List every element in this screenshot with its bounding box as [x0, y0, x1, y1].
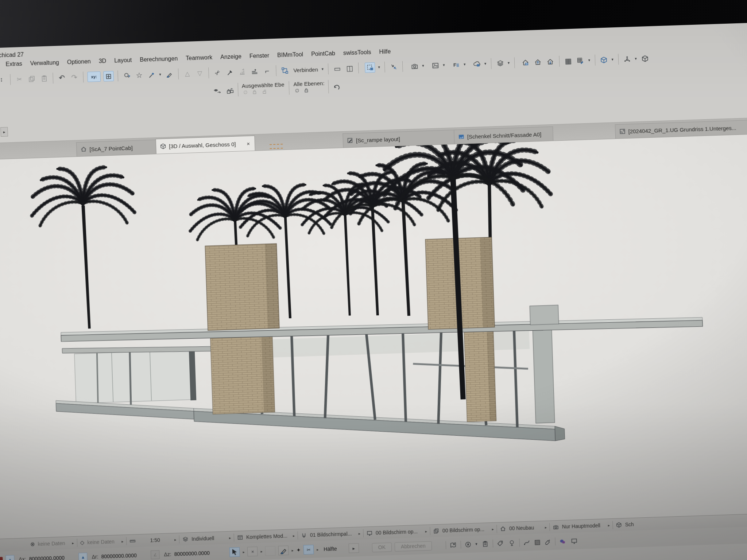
- lock-pair-icon[interactable]: [225, 86, 235, 96]
- menu-hilfe[interactable]: Hilfe: [379, 48, 391, 55]
- paint-splat-icon[interactable]: [558, 538, 567, 545]
- close-icon[interactable]: ×: [245, 140, 251, 147]
- trim-mode-button[interactable]: ✂: [303, 545, 314, 555]
- menu-extras[interactable]: Extras: [5, 61, 22, 67]
- menu-3d[interactable]: 3D: [98, 58, 106, 65]
- menu-bimmtool[interactable]: BIMmTool: [277, 51, 303, 58]
- menu-layout[interactable]: Layout: [114, 57, 132, 64]
- dx-toggle-button[interactable]: ▲: [5, 555, 15, 560]
- orbit-icon[interactable]: [622, 54, 632, 64]
- cancel-button[interactable]: Abbrechen: [395, 541, 432, 551]
- cloud-annotation-icon[interactable]: [472, 59, 482, 69]
- unlock-icon[interactable]: [262, 89, 267, 96]
- status-main-model[interactable]: Nur Hauptmodell ▸: [550, 522, 613, 530]
- edit-pen-button[interactable]: [278, 545, 289, 555]
- filter-list-icon[interactable]: [451, 60, 461, 70]
- menu-optionen[interactable]: Optionen: [67, 58, 91, 66]
- status-model-view[interactable]: 00 Bildschirm op... ▸: [364, 528, 430, 536]
- chevron-down-icon[interactable]: ▼: [475, 542, 478, 546]
- cursor-mode-button[interactable]: [229, 547, 240, 557]
- pipette-icon[interactable]: [147, 70, 156, 80]
- corner-icon[interactable]: ⌐: [262, 66, 272, 76]
- status-graphic-override[interactable]: 00 Bildschirm op... ▸: [430, 526, 497, 534]
- table-icon[interactable]: ▦: [564, 56, 573, 66]
- image-view-icon[interactable]: [430, 61, 440, 70]
- clipboard-sync-icon[interactable]: [481, 540, 490, 548]
- tag-icon[interactable]: [496, 540, 505, 547]
- lock-icon[interactable]: [303, 88, 309, 94]
- split-axe-icon[interactable]: [225, 67, 235, 77]
- undo-icon[interactable]: ↶: [57, 73, 67, 83]
- status-renovation-filter[interactable]: Komplettes Mod... ▸: [234, 532, 298, 541]
- 3d-cutaway-icon[interactable]: [599, 55, 609, 65]
- status-pen-set[interactable]: 01 Bildschirmpal... ▸: [298, 530, 363, 538]
- trim-scissors-icon[interactable]: ✂: [211, 66, 224, 79]
- menu-anzeige[interactable]: Anzeige: [220, 53, 241, 61]
- dz-value[interactable]: 80000000.0000: [174, 550, 221, 557]
- reset-arrow-icon[interactable]: [332, 82, 341, 92]
- panel-icon[interactable]: [570, 537, 579, 545]
- marquee-view-button[interactable]: [365, 62, 375, 73]
- grid-pipette-icon[interactable]: [576, 56, 586, 66]
- redo-icon[interactable]: ↷: [69, 73, 79, 82]
- play-button[interactable]: ▸: [348, 543, 359, 553]
- connect-icon[interactable]: [280, 66, 290, 75]
- chevron-down-icon[interactable]: ▼: [321, 67, 324, 71]
- eye-swap-icon[interactable]: [212, 86, 222, 96]
- spline-icon[interactable]: [522, 539, 531, 546]
- north-compass-icon[interactable]: [464, 541, 473, 548]
- hatch-icon[interactable]: ▨: [534, 538, 541, 547]
- dr-value[interactable]: 80000000.0000: [101, 552, 148, 559]
- ok-button[interactable]: OK: [372, 542, 392, 552]
- zoom-select-icon[interactable]: [122, 71, 132, 81]
- dr-toggle-button[interactable]: ▲: [78, 553, 88, 560]
- column-icon[interactable]: ◫: [345, 63, 355, 73]
- camera-icon[interactable]: [410, 61, 419, 71]
- injection-pen-icon[interactable]: [165, 69, 174, 79]
- status-navigator[interactable]: ⊗ keine Daten ▸: [27, 540, 77, 548]
- eye-slash-icon[interactable]: ∅: [295, 88, 299, 94]
- story-up-icon[interactable]: [533, 57, 543, 67]
- status-structure-display[interactable]: Sch: [613, 521, 650, 528]
- map-icon[interactable]: [449, 541, 458, 549]
- viewport-3d[interactable]: [0, 133, 747, 539]
- resize-vertical-icon[interactable]: ↕: [0, 75, 6, 85]
- sidebar-expand-button[interactable]: ▸: [0, 127, 8, 137]
- tab-sca7-pointcab[interactable]: [ScA_7 PointCab]: [76, 139, 163, 156]
- dx-value[interactable]: 80000000.0000: [29, 555, 76, 560]
- layers-icon[interactable]: [495, 58, 505, 68]
- cancel-op-button[interactable]: ×: [247, 547, 258, 556]
- menu-verwaltung[interactable]: Verwaltung: [30, 59, 59, 67]
- menu-pointcab[interactable]: PointCab: [311, 50, 335, 57]
- coordinate-input-button[interactable]: xy:: [87, 71, 101, 82]
- menu-berechnungen[interactable]: Berechnungen: [140, 55, 178, 63]
- verbinden-label[interactable]: Verbinden: [293, 66, 318, 73]
- status-home-story[interactable]: 00 Neubau ▸: [497, 524, 550, 532]
- eye-slash-icon[interactable]: ∅: [243, 90, 248, 96]
- marquee-up-icon[interactable]: △: [182, 69, 192, 79]
- grid-snap-button[interactable]: ⊞: [103, 71, 114, 82]
- copy-icon[interactable]: [27, 74, 36, 84]
- favorite-star-icon[interactable]: ☆: [134, 70, 144, 80]
- status-layer-combination[interactable]: Individuell ▸: [179, 534, 234, 542]
- menu-teamwork[interactable]: Teamwork: [186, 54, 212, 62]
- lock-icon[interactable]: [252, 89, 258, 96]
- tree-icon[interactable]: [507, 539, 516, 547]
- beam-icon[interactable]: ▭: [332, 64, 342, 74]
- paste-icon[interactable]: [39, 74, 49, 83]
- story-down-icon[interactable]: [546, 57, 556, 67]
- eraser-icon[interactable]: [543, 538, 552, 545]
- adjust-icon[interactable]: [237, 67, 247, 77]
- placeholder-button[interactable]: [265, 546, 276, 556]
- home-story-settings-icon[interactable]: [521, 58, 531, 67]
- menu-swisstools[interactable]: swissTools: [343, 49, 371, 57]
- marquee-down-icon[interactable]: ▽: [195, 68, 205, 78]
- rotate-view-icon[interactable]: [640, 54, 650, 63]
- wall-extras-icon[interactable]: [250, 66, 260, 76]
- cut-icon[interactable]: ✂: [14, 74, 24, 84]
- collapse-arrows-icon[interactable]: [389, 62, 399, 72]
- chevron-down-icon[interactable]: ▼: [158, 73, 162, 76]
- status-scale[interactable]: 1:50 ▸: [127, 536, 179, 544]
- menu-fenster[interactable]: Fenster: [249, 52, 270, 59]
- dz-toggle-button[interactable]: ∠: [151, 550, 160, 559]
